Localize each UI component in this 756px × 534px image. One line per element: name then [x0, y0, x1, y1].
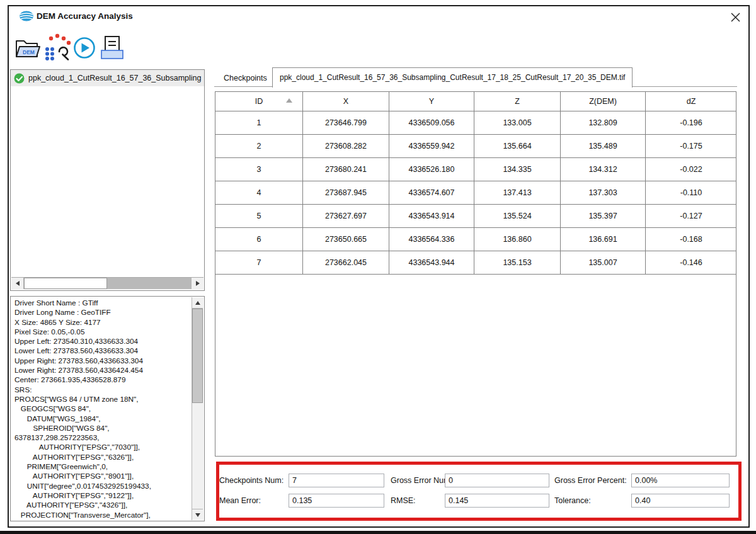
file-name: ppk_cloud_1_CutResult_16_57_36_Subsampli…: [28, 74, 202, 82]
scroll-right-icon[interactable]: [191, 278, 203, 289]
column-header-id[interactable]: ID: [215, 92, 303, 111]
table-header-row: ID X Y Z Z(DEM) dZ: [215, 92, 737, 111]
checkpoints-num-label: Checkpoints Num:: [219, 476, 284, 485]
scroll-down-icon[interactable]: [192, 509, 203, 520]
rmse-field[interactable]: [445, 494, 549, 508]
gross-error-num-field[interactable]: [445, 474, 549, 487]
table-cell: 132.809: [561, 111, 646, 135]
table-cell: -0.110: [646, 181, 737, 205]
table-cell: 7: [215, 251, 303, 275]
table-cell: 135.397: [561, 205, 646, 228]
open-dem-file-button[interactable]: DEM: [14, 35, 42, 60]
highlight-rectangle: [216, 462, 742, 521]
table-cell: 137.413: [474, 181, 561, 205]
table-cell: 134.335: [474, 158, 561, 181]
column-header-y[interactable]: Y: [389, 92, 474, 111]
horizontal-scrollbar[interactable]: [11, 277, 203, 290]
table-row[interactable]: 1273646.7994336509.056133.005132.809-0.1…: [215, 111, 737, 135]
table-cell: 135.524: [474, 205, 561, 228]
table-cell: 4336543.944: [389, 251, 474, 275]
scroll-up-icon[interactable]: [192, 297, 203, 309]
table-row[interactable]: 6273650.6654336564.336136.860136.691-0.1…: [215, 228, 737, 251]
dem-folder-label: DEM: [23, 49, 35, 55]
tab-checkpoints[interactable]: Checkpoints: [214, 70, 277, 86]
table-cell: -0.175: [646, 135, 737, 158]
table-cell: 4336543.914: [389, 205, 474, 228]
scrollbar-thumb[interactable]: [24, 278, 107, 289]
scrollbar-track[interactable]: [24, 278, 191, 289]
gross-error-percent-field[interactable]: [631, 474, 730, 487]
table-cell: 273687.945: [303, 181, 389, 205]
tab-bar: Checkpoints ppk_cloud_1_CutResult_16_57_…: [214, 67, 737, 87]
column-header-x[interactable]: X: [303, 92, 389, 111]
table-row[interactable]: 4273687.9454336574.607137.413137.303-0.1…: [215, 181, 737, 205]
close-icon[interactable]: [727, 9, 743, 25]
table-cell: -0.127: [646, 205, 737, 228]
scroll-left-icon[interactable]: [11, 278, 24, 289]
table-cell: 3: [215, 158, 303, 181]
wrench-icon: [59, 47, 68, 59]
gross-error-num-label: Gross Error Num:: [391, 476, 452, 485]
table-cell: 135.153: [474, 251, 561, 275]
vertical-scrollbar[interactable]: [192, 297, 203, 520]
table-cell: 273650.665: [303, 228, 389, 251]
table-cell: 136.691: [561, 228, 646, 251]
table-cell: 135.664: [474, 135, 561, 158]
tab-dem-tif[interactable]: ppk_cloud_1_CutResult_16_57_36_Subsampli…: [272, 67, 633, 88]
table-cell: 133.005: [474, 111, 561, 135]
table-cell: 273646.799: [303, 111, 389, 135]
checkpoints-table: ID X Y Z Z(DEM) dZ 1273646.7994336509.05…: [215, 91, 736, 275]
table-cell: -0.168: [646, 228, 737, 251]
report-button[interactable]: [100, 35, 125, 61]
list-item[interactable]: ppk_cloud_1_CutResult_16_57_36_Subsampli…: [11, 70, 204, 86]
table-cell: -0.146: [646, 251, 737, 275]
table-cell: 4336574.607: [389, 181, 474, 205]
table-row[interactable]: 3273680.2414336526.180134.335134.312-0.0…: [215, 158, 737, 181]
table-cell: 4336564.336: [389, 228, 474, 251]
table-cell: 135.489: [561, 135, 646, 158]
app-logo-icon: [19, 10, 34, 22]
scrollbar-thumb[interactable]: [192, 309, 203, 403]
table-cell: 273608.282: [303, 135, 389, 158]
rmse-label: RMSE:: [391, 496, 416, 505]
checkpoints-num-field[interactable]: [289, 474, 384, 487]
sort-ascending-icon: [286, 98, 292, 103]
window-title: DEM Accuracy Analysis: [37, 11, 133, 21]
table-cell: 4336509.056: [389, 111, 474, 135]
check-success-icon: [14, 73, 25, 84]
table-cell: -0.196: [646, 111, 737, 135]
metadata-text: Driver Short Name : GTiff Driver Long Na…: [11, 297, 204, 521]
table-row[interactable]: 7273662.0454336543.944135.153135.007-0.1…: [215, 251, 737, 275]
table-cell: 4336559.942: [389, 135, 474, 158]
window-bottom-edge: [0, 531, 756, 534]
table-cell: 273627.697: [303, 205, 389, 228]
table-cell: 273680.241: [303, 158, 389, 181]
table-cell: 135.007: [561, 251, 646, 275]
tolerance-field[interactable]: [631, 494, 730, 508]
table-cell: 4: [215, 181, 303, 205]
table-cell: 4336526.180: [389, 158, 474, 181]
table-cell: 137.303: [561, 181, 646, 205]
dem-file-list: ppk_cloud_1_CutResult_16_57_36_Subsampli…: [10, 69, 205, 291]
checkpoints-table-panel: ID X Y Z Z(DEM) dZ 1273646.7994336509.05…: [215, 91, 736, 457]
table-cell: 1: [215, 111, 303, 135]
tolerance-label: Tolerance:: [554, 496, 591, 505]
checkpoint-table-body: 1273646.7994336509.056133.005132.809-0.1…: [215, 111, 737, 275]
table-cell: 2: [215, 135, 303, 158]
table-cell: 273662.045: [303, 251, 389, 275]
dem-accuracy-analysis-window: DEM Accuracy Analysis DEM: [8, 5, 750, 528]
table-row[interactable]: 2273608.2824336559.942135.664135.489-0.1…: [215, 135, 737, 158]
dem-metadata-panel: Driver Short Name : GTiff Driver Long Na…: [10, 296, 205, 521]
column-header-zdem[interactable]: Z(DEM): [561, 92, 646, 111]
table-cell: 5: [215, 205, 303, 228]
checkpoints-settings-button[interactable]: [43, 33, 73, 62]
table-cell: 134.312: [561, 158, 646, 181]
mean-error-field[interactable]: [289, 494, 384, 508]
run-analysis-button[interactable]: [73, 37, 96, 59]
table-cell: -0.022: [646, 158, 737, 181]
table-cell: 136.860: [474, 228, 561, 251]
column-header-z[interactable]: Z: [474, 92, 561, 111]
table-row[interactable]: 5273627.6974336543.914135.524135.397-0.1…: [215, 205, 737, 228]
column-header-dz[interactable]: dZ: [646, 92, 737, 111]
table-cell: 6: [215, 228, 303, 251]
